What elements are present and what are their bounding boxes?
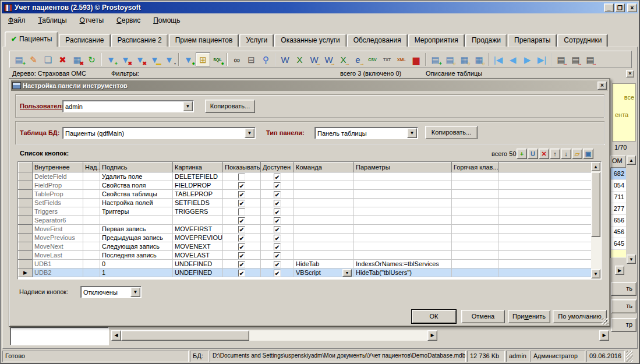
grid-column-header-0[interactable] <box>19 162 33 172</box>
menu-item-1[interactable]: Таблицы <box>33 16 72 25</box>
row-selector[interactable] <box>19 234 33 242</box>
sql-icon[interactable]: SQL● <box>210 52 225 66</box>
enabled-checkbox-icon[interactable]: ✔ <box>274 182 281 189</box>
show-checkbox-icon[interactable]: ✔ <box>238 200 245 207</box>
enabled-checkbox-icon[interactable]: ✔ <box>274 226 281 233</box>
tab-2[interactable]: Расписание 2 <box>111 34 168 47</box>
row-selector[interactable] <box>19 181 33 190</box>
cell-enabled-checkbox[interactable]: ✔ <box>261 268 294 277</box>
grid-row-DeleteField[interactable]: DeleteFieldУдалить полеDELETEFIELD✔ <box>19 172 592 181</box>
tab-0[interactable]: ✔Пациенты <box>5 31 58 47</box>
edit-record-icon[interactable]: ✎ <box>26 52 41 66</box>
cell-enabled-checkbox[interactable]: ✔ <box>261 181 294 190</box>
cell-show-checkbox[interactable]: ✔ <box>223 216 261 225</box>
add-record-icon[interactable]: ▤+ <box>12 52 26 66</box>
cell-command[interactable] <box>294 251 354 260</box>
cell-command[interactable] <box>294 172 354 181</box>
cell-enabled-checkbox[interactable]: ✔ <box>261 242 294 251</box>
export-txt-icon[interactable]: TXT <box>380 52 394 66</box>
list-edit-button[interactable]: U <box>528 149 538 159</box>
tab-4[interactable]: Услуги <box>239 34 274 47</box>
cell-enabled-checkbox[interactable]: ✔ <box>261 225 294 234</box>
row-selector[interactable] <box>19 207 33 216</box>
background-scroll-up-icon[interactable]: ▲ <box>627 156 636 165</box>
background-scroll-down-icon[interactable]: ▼ <box>627 255 636 264</box>
menu-item-2[interactable]: Отчеты <box>75 16 109 25</box>
tab-7[interactable]: Мероприятия <box>408 34 465 47</box>
export-word-icon[interactable]: W <box>278 52 292 66</box>
hscroll-right-icon[interactable]: ▶ <box>427 330 437 341</box>
tab-9[interactable]: Препараты <box>508 34 557 47</box>
menu-item-4[interactable]: Помощь <box>148 16 185 25</box>
cell-show-checkbox[interactable]: ✔ <box>223 260 261 268</box>
filter-add-icon[interactable]: ▼+ <box>104 52 118 66</box>
cell-enabled-checkbox[interactable]: ✔ <box>261 234 294 242</box>
window-resize-grip[interactable] <box>626 351 633 362</box>
background-partial-button[interactable]: ть <box>611 299 637 313</box>
cell-enabled-checkbox[interactable]: ✔ <box>261 260 294 268</box>
cell-command[interactable]: ▼VBScript <box>294 268 354 277</box>
cell-command[interactable] <box>294 207 354 216</box>
panel-type-combo-arrow-icon[interactable]: ▼ <box>407 128 417 138</box>
background-scroll-right-icon[interactable]: ▶ <box>615 266 624 275</box>
background-scroll-right2-icon[interactable]: ▶ <box>599 330 609 341</box>
filter-show-icon[interactable]: ▼● <box>181 52 196 66</box>
show-checkbox-icon[interactable]: ✔ <box>238 252 245 259</box>
show-checkbox-icon[interactable]: ✔ <box>238 235 245 242</box>
command-combo-arrow-icon[interactable]: ▼ <box>342 269 352 277</box>
cell-show-checkbox[interactable]: ✔ <box>223 225 261 234</box>
grid-column-header-2[interactable]: Над... <box>83 162 100 172</box>
list-add-button[interactable]: + <box>517 149 527 159</box>
list-delete-button[interactable]: ✕ <box>539 149 549 159</box>
cell-command[interactable] <box>294 234 354 242</box>
db-table-combo-arrow-icon[interactable]: ▼ <box>245 128 254 138</box>
enabled-checkbox-icon[interactable]: ✔ <box>274 270 281 277</box>
list-move-up-button[interactable]: ↑ <box>550 149 560 159</box>
nav-prev-icon[interactable]: ◀ <box>505 52 520 66</box>
filter-save-icon[interactable]: ▼▪ <box>162 52 176 66</box>
enabled-checkbox-icon[interactable]: ✔ <box>274 252 281 259</box>
grid-vertical-scrollbar[interactable]: ▲ ▼ <box>591 162 601 279</box>
view-settings-icon[interactable]: ▦☼ <box>472 52 486 66</box>
captions-combobox[interactable]: Отключены ▼ <box>80 286 142 298</box>
apply-button[interactable]: Применить <box>508 310 550 323</box>
grid-row-MovePrevious[interactable]: MovePreviousПредыдущая записьMOVEPREVIOU… <box>19 234 592 242</box>
row-selector[interactable] <box>19 216 33 225</box>
cell-show-checkbox[interactable]: ✔ <box>223 242 261 251</box>
nav-first-icon[interactable]: |◀ <box>491 52 505 66</box>
print-icon[interactable]: ⊟ <box>244 52 259 66</box>
enabled-checkbox-icon[interactable]: ✔ <box>274 235 281 242</box>
grid-column-header-9[interactable]: Горячая клав... <box>452 162 498 172</box>
grid-row-SetFields[interactable]: SetFieldsНастройка полейSETFIELDS✔✔ <box>19 199 592 207</box>
show-checkbox-icon[interactable]: ✔ <box>238 261 245 268</box>
description-close-icon[interactable]: × <box>626 70 634 77</box>
row-selector[interactable] <box>19 242 33 251</box>
row-selector[interactable] <box>19 260 33 268</box>
copy-user-button[interactable]: Копировать... <box>205 100 255 113</box>
script-export-2-icon[interactable]: ▤→ <box>568 52 583 66</box>
word-template-icon[interactable]: W→ <box>307 52 321 66</box>
grid-scroll-up-icon[interactable]: ▲ <box>591 162 600 171</box>
captions-combo-arrow-icon[interactable]: ▼ <box>130 287 140 297</box>
grid-row-Separator6[interactable]: Separator6✔✔ <box>19 216 592 225</box>
menu-item-0[interactable]: Файл <box>3 16 31 25</box>
show-checkbox-icon[interactable]: ✔ <box>238 191 245 198</box>
find-icon[interactable]: ∞ <box>229 52 244 66</box>
ok-button[interactable]: ОК <box>412 310 456 323</box>
tree-panel-icon[interactable]: ⊞ <box>196 52 210 66</box>
hscroll-left-icon[interactable]: ◀ <box>111 330 121 341</box>
tab-8[interactable]: Продажи <box>465 34 507 47</box>
filter-load-icon[interactable]: ▼▬ <box>147 52 162 66</box>
openoffice-export-icon[interactable]: e→ <box>351 52 365 66</box>
maximize-button[interactable]: ❐ <box>615 3 625 12</box>
excel-template-icon[interactable]: X→ <box>336 52 351 66</box>
grid-row-FieldProp[interactable]: FieldPropСвойства поляFIELDPROP✔✔ <box>19 181 592 190</box>
dialog-close-icon[interactable]: × <box>597 82 607 90</box>
preview-icon[interactable]: ⚲ <box>259 52 273 66</box>
cancel-button[interactable]: Отмена <box>461 310 505 323</box>
grid-column-header-5[interactable]: Показывать <box>223 162 261 172</box>
hscroll-thumb[interactable] <box>121 330 249 341</box>
enabled-checkbox-icon[interactable]: ✔ <box>274 200 281 207</box>
chart-icon[interactable]: ▆ <box>409 52 423 66</box>
dialog-resize-grip[interactable] <box>602 318 609 325</box>
